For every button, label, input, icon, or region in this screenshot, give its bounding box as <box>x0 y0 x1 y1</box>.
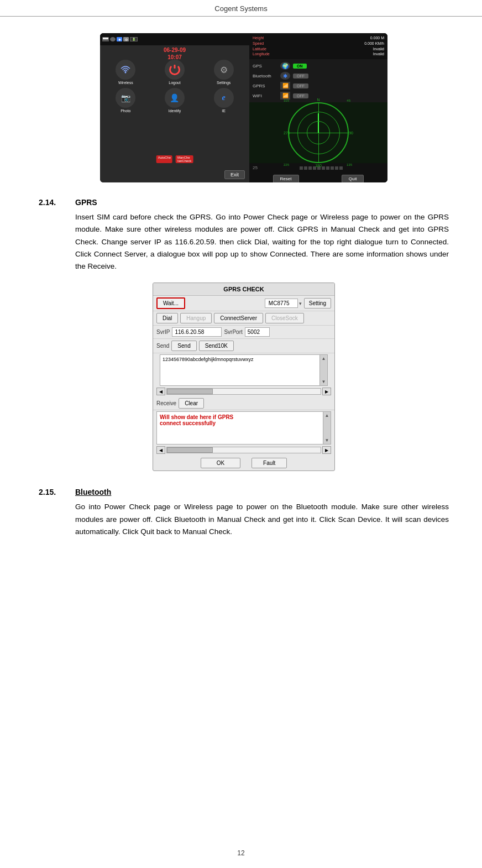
receive-h-scroll-left-icon[interactable]: ◀ <box>156 446 165 454</box>
receive-hscroll: ◀ ▶ <box>153 446 334 454</box>
gprs-textarea-content: 1234567890abcdefghijklmnopqrstuvwxyz <box>160 355 319 385</box>
send10k-btn[interactable]: Send10K <box>199 341 234 351</box>
device-right-panel: Height Speed Latitude Longitude 0.000 M … <box>249 33 387 182</box>
send-label: Send <box>156 343 169 349</box>
gps-labels: Height Speed Latitude Longitude <box>253 35 270 57</box>
clear-btn[interactable]: Clear <box>179 398 204 409</box>
svr-ip-input[interactable] <box>172 327 222 337</box>
exit-btn[interactable]: Exit <box>224 170 245 179</box>
section-title-2-15: Bluetooth <box>75 488 111 496</box>
page-footer: 12 <box>0 849 482 857</box>
receive-scrollbar[interactable]: ▲ ▼ <box>323 412 331 444</box>
section-2-14: 2.14. GPRS Insert SIM card before check … <box>39 198 449 471</box>
section-header-2-14: 2.14. GPRS <box>39 198 449 207</box>
gprs-row-2: Dial Hangup ConnectServer CloseSock <box>153 311 334 326</box>
wifi-off-btn[interactable]: OFF <box>293 93 308 98</box>
gprs-dialog-title: GPRS CHECK <box>153 283 334 296</box>
header-title: Cogent Systems <box>214 4 267 13</box>
gprs-textarea[interactable]: 1234567890abcdefghijklmnopqrstuvwxyz ▲ ▼ <box>160 354 328 386</box>
quit-btn[interactable]: Quit <box>342 175 364 182</box>
svr-ip-label: SvrIP <box>156 329 170 335</box>
gprs-row-1: Wait... MC8775 ▾ Setting <box>153 296 334 311</box>
section-body-2-14: Insert SIM card before check the GPRS. G… <box>75 211 449 273</box>
logout-icon-item: Logout <box>151 60 198 85</box>
svr-port-label: SvrPort <box>224 329 242 335</box>
section-2-15: 2.15. Bluetooth Go into Power Check page… <box>39 488 449 538</box>
textarea-hscroll: ◀ ▶ <box>153 387 334 396</box>
top-screenshot: ✱ ⚙ 🔋 06-29-09 10:07 <box>39 33 449 182</box>
reset-btn[interactable]: Reset <box>273 175 299 182</box>
device-date-time: 06-29-09 10:07 <box>164 46 186 61</box>
device-icons-grid: Wireless Logout ⚙ Setting <box>102 60 247 113</box>
send-textarea-wrapper: 1234567890abcdefghijklmnopqrstuvwxyz ▲ ▼ <box>153 353 334 387</box>
device-status-bar: ✱ ⚙ 🔋 <box>100 33 249 45</box>
gprs-toggle-row: GPRS 📶 OFF <box>253 82 384 90</box>
svg-point-0 <box>125 72 127 74</box>
wireless-label: Wireless <box>118 81 133 85</box>
ok-btn[interactable]: OK <box>201 458 240 468</box>
gps-toggle-rows: GPS 🌍 ON Bluetooth ✱ OFF GPRS 📶 OFF <box>249 59 387 102</box>
identify-icon-item: 👤 Identify <box>151 88 198 113</box>
bluetooth-off-btn[interactable]: OFF <box>293 74 308 79</box>
receive-text-line1: Will show date here if GPRS <box>160 414 320 420</box>
ie-label: IE <box>222 109 226 113</box>
wait-btn[interactable]: Wait... <box>156 297 185 309</box>
textarea-scrollbar[interactable]: ▲ ▼ <box>319 355 327 385</box>
receive-h-scroll-thumb <box>167 447 213 453</box>
gprs-off-btn[interactable]: OFF <box>293 83 308 88</box>
logout-label: Logout <box>169 81 180 85</box>
scroll-up-icon[interactable]: ▲ <box>322 356 326 361</box>
page-header: Cogent Systems <box>0 0 482 17</box>
connect-server-btn[interactable]: ConnectServer <box>214 313 263 323</box>
module-value: MC8775 <box>265 299 298 308</box>
gps-values: 0.000 M 0.000 KM/h Invalid Invalid <box>364 35 384 57</box>
device-bottom-btns: Reset Quit <box>249 172 387 182</box>
check-labels: AutoChe ManCheIanCheck <box>156 155 193 163</box>
receive-scroll-down-icon[interactable]: ▼ <box>325 438 329 443</box>
receive-row: Receive Clear <box>153 397 334 410</box>
send-btn[interactable]: Send <box>171 341 196 351</box>
section-number-2-14: 2.14. <box>39 198 66 207</box>
radar-circle: N 180 90 270 45 315 135 225 <box>288 102 349 163</box>
settings-icon-item: ⚙ Settings <box>200 60 247 85</box>
dropdown-arrow-icon: ▾ <box>299 301 302 306</box>
receive-content-wrapper: Will show date here if GPRS connect succ… <box>156 411 331 445</box>
dial-btn[interactable]: Dial <box>156 313 178 323</box>
gprs-dialog-container: GPRS CHECK Wait... MC8775 ▾ Setting Dial… <box>39 283 449 471</box>
fault-btn[interactable]: Fault <box>252 458 287 468</box>
section-body-2-15: Go into Power Check page or Wireless pag… <box>75 501 449 538</box>
section-header-2-15: 2.15. Bluetooth <box>39 488 449 496</box>
radar-display: N 180 90 270 45 315 135 225 <box>249 102 387 163</box>
device-image: ✱ ⚙ 🔋 06-29-09 10:07 <box>100 33 387 182</box>
device-left-panel: ✱ ⚙ 🔋 06-29-09 10:07 <box>100 33 249 182</box>
receive-scroll-up-icon[interactable]: ▲ <box>325 413 329 418</box>
module-dropdown[interactable]: MC8775 ▾ <box>265 299 302 308</box>
h-scroll-right-icon[interactable]: ▶ <box>322 388 331 395</box>
gprs-row-3: SvrIP SvrPort <box>153 326 334 339</box>
receive-content: Will show date here if GPRS connect succ… <box>157 412 323 444</box>
gps-toggle-row: GPS 🌍 ON <box>253 62 384 70</box>
bluetooth-toggle-row: Bluetooth ✱ OFF <box>253 72 384 80</box>
section-title-2-14: GPRS <box>75 198 97 207</box>
h-scroll-thumb <box>167 389 213 394</box>
svr-port-input[interactable] <box>245 327 270 337</box>
dialog-bottom-buttons: OK Fault <box>153 456 334 470</box>
receive-text-line2: connect successfully <box>160 420 320 426</box>
receive-h-scroll-right-icon[interactable]: ▶ <box>322 446 331 454</box>
h-scroll-left-icon[interactable]: ◀ <box>156 388 165 395</box>
gps-on-btn[interactable]: ON <box>293 64 307 69</box>
gps-info-top: Height Speed Latitude Longitude 0.000 M … <box>249 33 387 59</box>
close-sock-btn[interactable]: CloseSock <box>265 313 304 323</box>
setting-btn[interactable]: Setting <box>304 298 331 308</box>
receive-label: Receive <box>156 400 176 406</box>
gprs-dialog: GPRS CHECK Wait... MC8775 ▾ Setting Dial… <box>153 283 335 471</box>
h-scroll-track[interactable] <box>166 388 321 395</box>
photo-icon-item: 📷 Photo <box>102 88 149 113</box>
hangup-btn[interactable]: Hangup <box>180 313 212 323</box>
photo-label: Photo <box>120 109 130 113</box>
section-number-2-15: 2.15. <box>39 488 66 496</box>
ie-icon-item: e IE <box>200 88 247 113</box>
receive-h-scroll-track[interactable] <box>166 447 321 453</box>
scroll-down-icon[interactable]: ▼ <box>322 379 326 384</box>
identify-label: Identify <box>169 109 181 113</box>
